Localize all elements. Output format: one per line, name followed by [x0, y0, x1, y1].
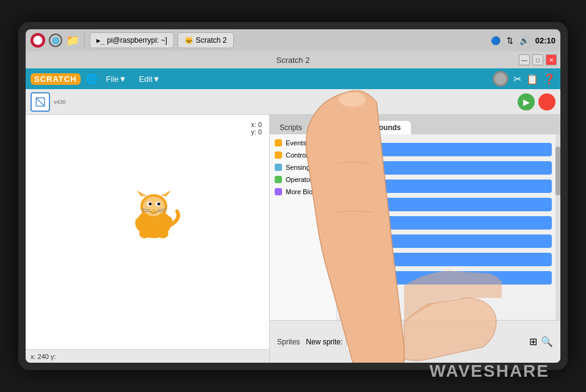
scrollbar[interactable]: [555, 134, 560, 320]
block-pointer[interactable]: pointer ▾: [345, 253, 552, 266]
scratch-cat-icon: 🐱: [184, 36, 194, 45]
events-label: Events: [286, 139, 306, 147]
script-blocks: ps degrees degrees tion 90▾ s mouse-poi▾…: [341, 138, 557, 292]
block-x-coord[interactable]: c: 0: [345, 234, 552, 248]
stage-canvas[interactable]: [26, 115, 269, 349]
blocks-panel: ps degrees degrees tion 90▾ s mouse-poi▾…: [337, 134, 560, 320]
zoom-in-icon[interactable]: 🔍: [541, 336, 553, 347]
block-to-x[interactable]: to x:: [345, 271, 552, 285]
category-control[interactable]: Control: [270, 149, 336, 161]
category-sensing[interactable]: Sensing: [270, 161, 336, 173]
network-icon: ⇅: [507, 36, 513, 45]
edit-menu[interactable]: Edit▼: [135, 73, 164, 85]
svg-line-2: [36, 98, 45, 106]
taskbar-right: 🔵 ⇅ 🔊 02:10: [491, 36, 555, 45]
terminal-label: pi@raspberrypi: ~]: [107, 36, 167, 45]
operators-label: Operators: [286, 176, 316, 183]
scripts-tabs: Scripts Costumes Sounds: [270, 115, 560, 134]
new-sprite-label: New sprite:: [306, 338, 342, 346]
scratch-toolbar: v430 ▶: [26, 89, 560, 115]
stage-area: x: 0 y: 0 x: 240 y:: [26, 115, 270, 363]
scratch-logo: SCRATCH: [31, 73, 81, 85]
events-dot: [275, 139, 282, 147]
run-indicator: [493, 71, 508, 87]
svg-point-13: [157, 203, 161, 206]
zoom-controls: ⊞ 🔍: [529, 336, 553, 347]
close-button[interactable]: ✕: [546, 54, 557, 65]
raspberry-pi-icon[interactable]: [31, 33, 45, 48]
block-degrees-2[interactable]: degrees: [345, 180, 552, 193]
category-events[interactable]: Events: [270, 137, 336, 149]
volume-icon: 🔊: [519, 36, 529, 45]
terminal-icon: ▶_: [96, 37, 104, 45]
block-categories: Events Control Sensing: [270, 134, 337, 320]
minimize-button[interactable]: —: [519, 54, 530, 65]
scratch-taskbar-label: Scratch 2: [196, 36, 227, 45]
sprite-panel: Sprites New sprite: 🐾 ⬆ ⊞ 🔍: [270, 320, 560, 363]
paint-sprite-button[interactable]: 🐾: [346, 332, 366, 352]
separator: [84, 34, 85, 47]
green-flag-button[interactable]: ▶: [518, 93, 535, 111]
window-controls: — □ ✕: [519, 54, 557, 65]
block-direction[interactable]: tion 90▾: [345, 198, 552, 211]
folder-icon[interactable]: 📁: [66, 34, 79, 47]
stage-xy-info: x: 240 y:: [31, 353, 56, 360]
scale-display: v430: [54, 99, 66, 105]
x-coord: x: 0: [251, 121, 262, 128]
control-dot: [275, 151, 282, 159]
block-degrees-1[interactable]: degrees: [345, 161, 552, 175]
sprites-label: Sprites: [277, 338, 300, 346]
maximize-button[interactable]: □: [532, 54, 543, 65]
more-blocks-dot: [275, 188, 282, 195]
globe-menu-icon: 🌐: [85, 73, 98, 85]
direction-dropdown[interactable]: 90▾: [364, 200, 383, 209]
terminal-button[interactable]: ▶_ pi@raspberrypi: ~]: [90, 32, 174, 48]
sprite-select-tool[interactable]: [31, 92, 50, 112]
copy-icon: 📋: [526, 73, 538, 85]
category-operators[interactable]: Operators: [270, 173, 336, 186]
more-blocks-label: More Blocks: [286, 188, 323, 195]
block-mouse-pointer[interactable]: s mouse-poi▾: [345, 216, 552, 230]
block-ps[interactable]: ps: [345, 143, 552, 156]
main-area: x: 0 y: 0 x: 240 y: Scripts: [26, 115, 560, 363]
bluetooth-icon: 🔵: [491, 36, 501, 45]
svg-point-0: [34, 36, 43, 45]
globe-icon[interactable]: 🌐: [49, 34, 62, 47]
tab-sounds[interactable]: Sounds: [364, 121, 411, 134]
tab-costumes[interactable]: Costumes: [312, 121, 364, 134]
scroll-thumb: [555, 147, 560, 195]
scissors-icon: ✂: [513, 73, 521, 85]
stage-coords: x: 0 y: 0: [248, 120, 264, 137]
operators-dot: [275, 176, 282, 183]
scratch-taskbar-button[interactable]: 🐱 Scratch 2: [178, 32, 234, 48]
screen-inner: 🌐 📁 ▶_ pi@raspberrypi: ~] 🐱 Scratch 2 🔵 …: [26, 29, 560, 363]
control-label: Control: [286, 151, 307, 159]
sensing-label: Sensing: [286, 164, 310, 171]
scratch-menubar: SCRATCH 🌐 File▼ Edit▼ ✂ 📋 ❓: [26, 68, 560, 89]
file-menu[interactable]: File▼: [103, 73, 131, 85]
scripts-area: Scripts Costumes Sounds: [270, 115, 560, 363]
help-icon: ❓: [543, 73, 555, 85]
clock: 02:10: [535, 36, 555, 45]
stage-info-bar: x: 240 y:: [26, 349, 269, 363]
upload-sprite-button[interactable]: ⬆: [369, 332, 389, 352]
tab-scripts[interactable]: Scripts: [270, 121, 312, 134]
new-sprite-area: New sprite: 🐾 ⬆: [306, 332, 389, 352]
stop-button[interactable]: [538, 93, 555, 111]
zoom-fit-icon[interactable]: ⊞: [529, 336, 537, 347]
window-title: Scratch 2: [277, 56, 310, 65]
svg-point-12: [149, 203, 152, 206]
sensing-dot: [275, 164, 282, 171]
cat-sprite: [123, 188, 184, 243]
scratch-app: SCRATCH 🌐 File▼ Edit▼ ✂ 📋 ❓: [26, 68, 560, 363]
y-coord: y: 0: [251, 128, 262, 136]
scripts-content: Events Control Sensing: [270, 134, 560, 320]
screen-outer: 🌐 📁 ▶_ pi@raspberrypi: ~] 🐱 Scratch 2 🔵 …: [18, 22, 568, 370]
window-titlebar: Scratch 2 — □ ✕: [26, 51, 560, 68]
category-more-blocks[interactable]: More Blocks: [270, 186, 336, 198]
taskbar: 🌐 📁 ▶_ pi@raspberrypi: ~] 🐱 Scratch 2 🔵 …: [26, 29, 560, 51]
